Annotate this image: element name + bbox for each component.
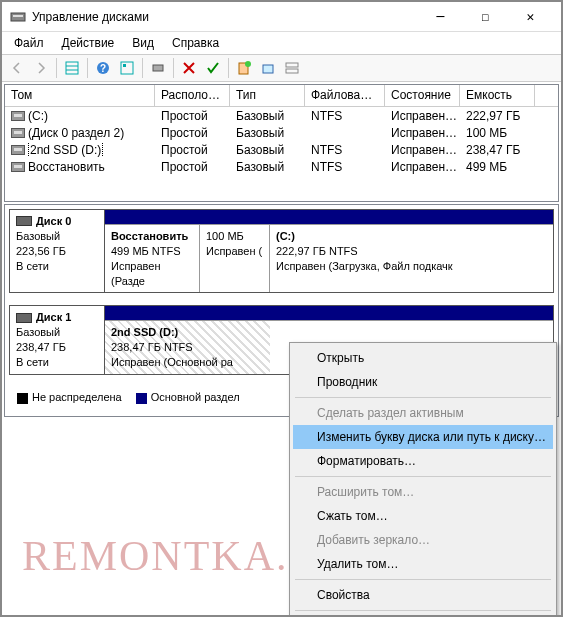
toolbar: ? <box>2 54 561 82</box>
svg-rect-8 <box>123 64 126 67</box>
partition-bar <box>105 210 553 224</box>
context-menu-separator <box>295 610 551 611</box>
legend-primary-label: Основной раздел <box>151 391 240 403</box>
context-menu-item[interactable]: Свойства <box>293 583 553 607</box>
window-title: Управление дисками <box>32 10 418 24</box>
volume-row[interactable]: (Диск 0 раздел 2)ПростойБазовыйИсправен…… <box>5 124 558 141</box>
col-volume[interactable]: Том <box>5 85 155 106</box>
svg-rect-12 <box>263 65 273 73</box>
svg-rect-14 <box>286 69 298 73</box>
settings-button[interactable] <box>116 57 138 79</box>
menubar: Файл Действие Вид Справка <box>2 32 561 54</box>
col-layout[interactable]: Располо… <box>155 85 230 106</box>
menu-file[interactable]: Файл <box>6 34 52 52</box>
partition[interactable]: (C:)222,97 ГБ NTFSИсправен (Загрузка, Фа… <box>270 225 535 292</box>
context-menu-item[interactable]: Форматировать… <box>293 449 553 473</box>
col-status[interactable]: Состояние <box>385 85 460 106</box>
svg-rect-13 <box>286 63 298 67</box>
app-icon <box>10 9 26 25</box>
partition[interactable]: 2nd SSD (D:)238,47 ГБ NTFSИсправен (Осно… <box>105 321 270 374</box>
context-menu-separator <box>295 397 551 398</box>
context-menu[interactable]: ОткрытьПроводникСделать раздел активнымИ… <box>289 342 557 617</box>
disk-info: Диск 1Базовый238,47 ГБВ сети <box>10 306 105 374</box>
menu-view[interactable]: Вид <box>124 34 162 52</box>
svg-rect-2 <box>66 62 78 74</box>
partition[interactable]: Восстановить499 МБ NTFSИсправен (Разде <box>105 225 200 292</box>
context-menu-item[interactable]: Удалить том… <box>293 552 553 576</box>
volume-row[interactable]: 2nd SSD (D:)ПростойБазовыйNTFSИсправен…2… <box>5 141 558 158</box>
volume-row[interactable]: (C:)ПростойБазовыйNTFSИсправен…222,97 ГБ <box>5 107 558 124</box>
view-button[interactable] <box>61 57 83 79</box>
context-menu-item: Добавить зеркало… <box>293 528 553 552</box>
legend-primary-swatch <box>136 393 147 404</box>
maximize-button[interactable]: ☐ <box>463 3 508 31</box>
col-capacity[interactable]: Емкость <box>460 85 535 106</box>
volume-list: Том Располо… Тип Файловая с… Состояние Е… <box>4 84 559 202</box>
menu-help[interactable]: Справка <box>164 34 227 52</box>
context-menu-item: Расширить том… <box>293 480 553 504</box>
disk-icon <box>16 216 32 226</box>
svg-rect-9 <box>153 65 163 71</box>
partition-bar <box>105 306 553 320</box>
context-menu-separator <box>295 579 551 580</box>
context-menu-item[interactable]: Проводник <box>293 370 553 394</box>
layout-button[interactable] <box>281 57 303 79</box>
help-button[interactable]: ? <box>92 57 114 79</box>
forward-button <box>30 57 52 79</box>
legend-unallocated-label: Не распределена <box>32 391 122 403</box>
menu-action[interactable]: Действие <box>54 34 123 52</box>
disk-block[interactable]: Диск 0Базовый223,56 ГБВ сетиВосстановить… <box>9 209 554 293</box>
close-button[interactable]: ✕ <box>508 3 553 31</box>
context-menu-item[interactable]: Открыть <box>293 346 553 370</box>
context-menu-item[interactable]: Сжать том… <box>293 504 553 528</box>
context-menu-item[interactable]: Изменить букву диска или путь к диску… <box>293 425 553 449</box>
svg-rect-1 <box>13 15 23 17</box>
context-menu-item: Сделать раздел активным <box>293 401 553 425</box>
context-menu-separator <box>295 476 551 477</box>
svg-rect-7 <box>121 62 133 74</box>
disk-icon <box>16 313 32 323</box>
column-headers[interactable]: Том Располо… Тип Файловая с… Состояние Е… <box>5 85 558 107</box>
legend-unallocated-swatch <box>17 393 28 404</box>
partition[interactable]: 100 МБИсправен ( <box>200 225 270 292</box>
back-button <box>6 57 28 79</box>
svg-point-11 <box>245 61 251 67</box>
svg-text:?: ? <box>100 63 106 74</box>
check-button[interactable] <box>202 57 224 79</box>
volume-row[interactable]: ВосстановитьПростойБазовыйNTFSИсправен…4… <box>5 158 558 175</box>
titlebar: Управление дисками ─ ☐ ✕ <box>2 2 561 32</box>
wizard-button[interactable] <box>257 57 279 79</box>
col-fs[interactable]: Файловая с… <box>305 85 385 106</box>
new-button[interactable] <box>233 57 255 79</box>
disk-info: Диск 0Базовый223,56 ГБВ сети <box>10 210 105 292</box>
delete-button[interactable] <box>178 57 200 79</box>
col-type[interactable]: Тип <box>230 85 305 106</box>
minimize-button[interactable]: ─ <box>418 3 463 31</box>
refresh-button[interactable] <box>147 57 169 79</box>
